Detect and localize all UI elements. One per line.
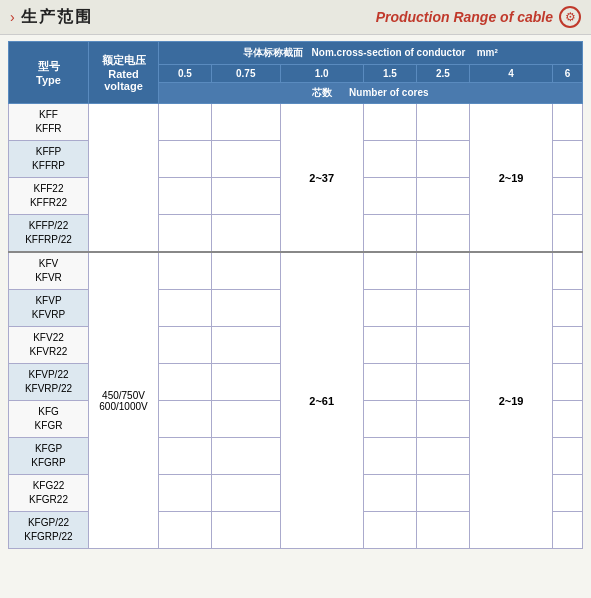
- data-cell: [159, 438, 212, 475]
- type-cell: KFV22KFVR22: [9, 327, 89, 364]
- col-size-6: 6: [553, 65, 583, 83]
- header-right: Production Range of cable ⚙: [376, 6, 581, 28]
- type-cell: KFGKFGR: [9, 401, 89, 438]
- data-cell: [159, 141, 212, 178]
- data-cell: [416, 401, 469, 438]
- data-cell: [553, 475, 583, 512]
- data-range-large-2: 2~19: [469, 252, 552, 549]
- data-cell: [553, 438, 583, 475]
- data-cell: [363, 364, 416, 401]
- data-cell: [211, 104, 280, 141]
- type-cell: KFVP/22KFVRP/22: [9, 364, 89, 401]
- data-cell: [211, 141, 280, 178]
- data-cell: [553, 178, 583, 215]
- data-cell: [553, 104, 583, 141]
- col-size-15: 1.5: [363, 65, 416, 83]
- voltage-cell-2: 450/750V600/1000V: [89, 252, 159, 549]
- col-size-05: 0.5: [159, 65, 212, 83]
- data-cell: [363, 178, 416, 215]
- type-cell: KFFP/22KFFRP/22: [9, 215, 89, 253]
- data-cell: [159, 364, 212, 401]
- data-range-large-1: 2~19: [469, 104, 552, 253]
- data-cell: [416, 512, 469, 549]
- data-cell: [553, 327, 583, 364]
- data-cell: [416, 290, 469, 327]
- data-cell: [363, 401, 416, 438]
- data-cell: [211, 475, 280, 512]
- data-cell: [211, 178, 280, 215]
- data-cell: [416, 475, 469, 512]
- col-voltage-header: 额定电压 Rated voltage: [89, 42, 159, 104]
- table-row: KFVKFVR 450/750V600/1000V 2~61 2~19: [9, 252, 583, 290]
- header-title-cn: 生产范围: [21, 7, 93, 28]
- type-cell: KFFKFFR: [9, 104, 89, 141]
- data-cell: [159, 178, 212, 215]
- data-cell: [363, 104, 416, 141]
- data-cell: [416, 438, 469, 475]
- data-range-small-1: 2~37: [280, 104, 363, 253]
- data-cell: [211, 512, 280, 549]
- data-cell: [363, 252, 416, 290]
- data-cell: [363, 475, 416, 512]
- data-cell: [363, 327, 416, 364]
- col-size-4: 4: [469, 65, 552, 83]
- data-cell: [211, 401, 280, 438]
- type-cell: KFFPKFFRP: [9, 141, 89, 178]
- data-cell: [416, 364, 469, 401]
- header-arrow-icon: ›: [10, 9, 15, 25]
- type-cell: KFGPKFGRP: [9, 438, 89, 475]
- type-cell: KFG22KFGR22: [9, 475, 89, 512]
- col-cores-header: 芯数 Number of cores: [159, 83, 583, 104]
- data-cell: [416, 178, 469, 215]
- data-cell: [553, 141, 583, 178]
- type-cell: KFGP/22KFGRP/22: [9, 512, 89, 549]
- settings-icon: ⚙: [559, 6, 581, 28]
- page-header: › 生产范围 Production Range of cable ⚙: [0, 0, 591, 35]
- data-cell: [553, 364, 583, 401]
- data-cell: [159, 327, 212, 364]
- data-cell: [553, 401, 583, 438]
- col-size-075: 0.75: [211, 65, 280, 83]
- data-cell: [553, 290, 583, 327]
- data-cell: [211, 290, 280, 327]
- data-cell: [363, 141, 416, 178]
- data-cell: [416, 104, 469, 141]
- data-cell: [416, 215, 469, 253]
- data-cell: [211, 215, 280, 253]
- col-size-10: 1.0: [280, 65, 363, 83]
- data-cell: [363, 215, 416, 253]
- table-row: KFFKFFR 2~37 2~19: [9, 104, 583, 141]
- table-container: 型号 Type 额定电压 Rated voltage 导体标称截面 Nom.cr…: [0, 35, 591, 555]
- type-cell: KFVKFVR: [9, 252, 89, 290]
- data-cell: [416, 327, 469, 364]
- data-cell: [211, 327, 280, 364]
- data-cell: [159, 252, 212, 290]
- data-cell: [553, 512, 583, 549]
- data-cell: [363, 512, 416, 549]
- data-cell: [416, 252, 469, 290]
- data-cell: [416, 141, 469, 178]
- data-cell: [363, 438, 416, 475]
- data-cell: [159, 401, 212, 438]
- col-size-25: 2.5: [416, 65, 469, 83]
- data-cell: [159, 215, 212, 253]
- production-range-table: 型号 Type 额定电压 Rated voltage 导体标称截面 Nom.cr…: [8, 41, 583, 549]
- data-cell: [211, 364, 280, 401]
- data-cell: [211, 252, 280, 290]
- col-conductor-header: 导体标称截面 Nom.cross-section of conductor mm…: [159, 42, 583, 65]
- voltage-cell-1: [89, 104, 159, 253]
- data-cell: [211, 438, 280, 475]
- data-cell: [159, 104, 212, 141]
- data-cell: [159, 475, 212, 512]
- col-type-header: 型号 Type: [9, 42, 89, 104]
- header-title-en: Production Range of cable: [376, 9, 553, 25]
- type-cell: KFVPKFVRP: [9, 290, 89, 327]
- data-cell: [553, 215, 583, 253]
- type-cell: KFF22KFFR22: [9, 178, 89, 215]
- data-range-small-2: 2~61: [280, 252, 363, 549]
- data-cell: [159, 512, 212, 549]
- data-cell: [159, 290, 212, 327]
- data-cell: [363, 290, 416, 327]
- data-cell: [553, 252, 583, 290]
